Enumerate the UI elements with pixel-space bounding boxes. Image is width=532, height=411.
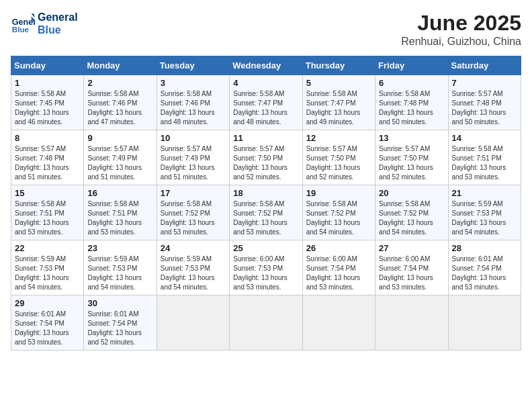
calendar-cell: 30Sunrise: 6:01 AM Sunset: 7:54 PM Dayli…: [84, 295, 157, 351]
calendar-cell: 8Sunrise: 5:57 AM Sunset: 7:48 PM Daylig…: [11, 130, 84, 185]
day-number: 19: [306, 188, 371, 198]
day-info: Sunrise: 5:57 AM Sunset: 7:50 PM Dayligh…: [306, 144, 371, 182]
calendar-cell: 4Sunrise: 5:58 AM Sunset: 7:47 PM Daylig…: [230, 75, 302, 130]
day-info: Sunrise: 5:58 AM Sunset: 7:51 PM Dayligh…: [87, 199, 152, 237]
day-info: Sunrise: 5:57 AM Sunset: 7:50 PM Dayligh…: [379, 144, 444, 182]
day-info: Sunrise: 6:01 AM Sunset: 7:54 PM Dayligh…: [87, 310, 152, 347]
day-number: 10: [161, 133, 226, 143]
calendar-week-row: 29Sunrise: 6:01 AM Sunset: 7:54 PM Dayli…: [11, 295, 521, 351]
calendar-week-row: 15Sunrise: 5:58 AM Sunset: 7:51 PM Dayli…: [11, 185, 521, 240]
day-info: Sunrise: 5:57 AM Sunset: 7:48 PM Dayligh…: [452, 89, 517, 127]
calendar-subtitle: Renhuai, Guizhou, China: [401, 36, 521, 48]
calendar-cell: 13Sunrise: 5:57 AM Sunset: 7:50 PM Dayli…: [375, 130, 448, 185]
calendar-cell: 22Sunrise: 5:59 AM Sunset: 7:53 PM Dayli…: [11, 240, 84, 295]
day-number: 5: [306, 78, 371, 88]
day-number: 2: [87, 78, 152, 88]
calendar-cell: 9Sunrise: 5:57 AM Sunset: 7:49 PM Daylig…: [84, 130, 157, 185]
day-info: Sunrise: 5:59 AM Sunset: 7:53 PM Dayligh…: [161, 255, 226, 292]
day-info: Sunrise: 6:01 AM Sunset: 7:54 PM Dayligh…: [15, 310, 80, 347]
calendar-cell: [230, 295, 302, 351]
header-day-friday: Friday: [375, 56, 448, 75]
calendar-title: June 2025: [401, 11, 521, 36]
header-day-wednesday: Wednesday: [230, 56, 302, 75]
calendar-cell: 3Sunrise: 5:58 AM Sunset: 7:46 PM Daylig…: [157, 75, 229, 130]
day-info: Sunrise: 5:58 AM Sunset: 7:46 PM Dayligh…: [161, 89, 226, 127]
header-day-thursday: Thursday: [302, 56, 375, 75]
day-number: 8: [15, 133, 80, 143]
calendar-cell: 19Sunrise: 5:58 AM Sunset: 7:52 PM Dayli…: [302, 185, 375, 240]
header-day-monday: Monday: [84, 56, 157, 75]
day-number: 17: [161, 188, 226, 198]
calendar-cell: 1Sunrise: 5:58 AM Sunset: 7:45 PM Daylig…: [11, 75, 84, 130]
calendar-cell: [302, 295, 375, 351]
calendar-week-row: 8Sunrise: 5:57 AM Sunset: 7:48 PM Daylig…: [11, 130, 521, 185]
day-number: 26: [306, 243, 371, 253]
day-number: 23: [87, 243, 152, 253]
day-number: 16: [87, 188, 152, 198]
calendar-week-row: 22Sunrise: 5:59 AM Sunset: 7:53 PM Dayli…: [11, 240, 521, 295]
day-info: Sunrise: 5:57 AM Sunset: 7:48 PM Dayligh…: [15, 144, 80, 182]
day-info: Sunrise: 5:57 AM Sunset: 7:50 PM Dayligh…: [233, 144, 298, 182]
day-info: Sunrise: 5:59 AM Sunset: 7:53 PM Dayligh…: [15, 255, 80, 292]
calendar-cell: [157, 295, 229, 351]
calendar-cell: 28Sunrise: 6:01 AM Sunset: 7:54 PM Dayli…: [448, 240, 521, 295]
day-info: Sunrise: 5:58 AM Sunset: 7:47 PM Dayligh…: [233, 89, 298, 127]
day-info: Sunrise: 6:00 AM Sunset: 7:54 PM Dayligh…: [306, 255, 371, 292]
day-info: Sunrise: 5:58 AM Sunset: 7:51 PM Dayligh…: [452, 144, 517, 182]
logo-line1: General: [38, 11, 78, 24]
calendar-cell: 7Sunrise: 5:57 AM Sunset: 7:48 PM Daylig…: [448, 75, 521, 130]
day-number: 15: [15, 188, 80, 198]
calendar-cell: 27Sunrise: 6:00 AM Sunset: 7:54 PM Dayli…: [375, 240, 448, 295]
calendar-cell: 12Sunrise: 5:57 AM Sunset: 7:50 PM Dayli…: [302, 130, 375, 185]
calendar-cell: 21Sunrise: 5:59 AM Sunset: 7:53 PM Dayli…: [448, 185, 521, 240]
day-number: 12: [306, 133, 371, 143]
day-info: Sunrise: 5:58 AM Sunset: 7:52 PM Dayligh…: [161, 199, 226, 237]
day-info: Sunrise: 5:58 AM Sunset: 7:46 PM Dayligh…: [87, 89, 152, 127]
day-info: Sunrise: 5:58 AM Sunset: 7:52 PM Dayligh…: [306, 199, 371, 237]
calendar-cell: 20Sunrise: 5:58 AM Sunset: 7:52 PM Dayli…: [375, 185, 448, 240]
day-info: Sunrise: 6:01 AM Sunset: 7:54 PM Dayligh…: [452, 255, 517, 292]
header-day-saturday: Saturday: [448, 56, 521, 75]
header-day-sunday: Sunday: [11, 56, 84, 75]
calendar-cell: 15Sunrise: 5:58 AM Sunset: 7:51 PM Dayli…: [11, 185, 84, 240]
calendar-cell: [448, 295, 521, 351]
day-number: 29: [15, 298, 80, 308]
calendar-cell: 25Sunrise: 6:00 AM Sunset: 7:53 PM Dayli…: [230, 240, 302, 295]
day-number: 7: [452, 78, 517, 88]
calendar-cell: 23Sunrise: 5:59 AM Sunset: 7:53 PM Dayli…: [84, 240, 157, 295]
day-number: 30: [87, 298, 152, 308]
day-info: Sunrise: 5:58 AM Sunset: 7:52 PM Dayligh…: [233, 199, 298, 237]
calendar-cell: 6Sunrise: 5:58 AM Sunset: 7:48 PM Daylig…: [375, 75, 448, 130]
logo-line2: Blue: [38, 24, 78, 36]
day-info: Sunrise: 5:58 AM Sunset: 7:47 PM Dayligh…: [306, 89, 371, 127]
day-number: 22: [15, 243, 80, 253]
calendar-cell: 11Sunrise: 5:57 AM Sunset: 7:50 PM Dayli…: [230, 130, 302, 185]
calendar-cell: 2Sunrise: 5:58 AM Sunset: 7:46 PM Daylig…: [84, 75, 157, 130]
calendar-cell: [375, 295, 448, 351]
calendar-cell: 10Sunrise: 5:57 AM Sunset: 7:49 PM Dayli…: [157, 130, 229, 185]
day-number: 9: [87, 133, 152, 143]
day-info: Sunrise: 5:58 AM Sunset: 7:45 PM Dayligh…: [15, 89, 80, 127]
calendar-cell: 14Sunrise: 5:58 AM Sunset: 7:51 PM Dayli…: [448, 130, 521, 185]
day-number: 27: [379, 243, 444, 253]
calendar-cell: 17Sunrise: 5:58 AM Sunset: 7:52 PM Dayli…: [157, 185, 229, 240]
day-number: 21: [452, 188, 517, 198]
calendar-cell: 24Sunrise: 5:59 AM Sunset: 7:53 PM Dayli…: [157, 240, 229, 295]
calendar-cell: 18Sunrise: 5:58 AM Sunset: 7:52 PM Dayli…: [230, 185, 302, 240]
day-info: Sunrise: 5:59 AM Sunset: 7:53 PM Dayligh…: [87, 255, 152, 292]
day-number: 20: [379, 188, 444, 198]
svg-text:Blue: Blue: [12, 25, 30, 34]
calendar-week-row: 1Sunrise: 5:58 AM Sunset: 7:45 PM Daylig…: [11, 75, 521, 130]
day-number: 14: [452, 133, 517, 143]
day-number: 6: [379, 78, 444, 88]
day-info: Sunrise: 5:58 AM Sunset: 7:52 PM Dayligh…: [379, 199, 444, 237]
logo-icon: General Blue: [11, 11, 35, 36]
day-number: 4: [233, 78, 298, 88]
day-info: Sunrise: 5:57 AM Sunset: 7:49 PM Dayligh…: [87, 144, 152, 182]
day-number: 11: [233, 133, 298, 143]
day-info: Sunrise: 5:58 AM Sunset: 7:48 PM Dayligh…: [379, 89, 444, 127]
calendar-cell: 26Sunrise: 6:00 AM Sunset: 7:54 PM Dayli…: [302, 240, 375, 295]
day-info: Sunrise: 5:59 AM Sunset: 7:53 PM Dayligh…: [452, 199, 517, 237]
day-info: Sunrise: 5:57 AM Sunset: 7:49 PM Dayligh…: [161, 144, 226, 182]
header-day-tuesday: Tuesday: [157, 56, 229, 75]
